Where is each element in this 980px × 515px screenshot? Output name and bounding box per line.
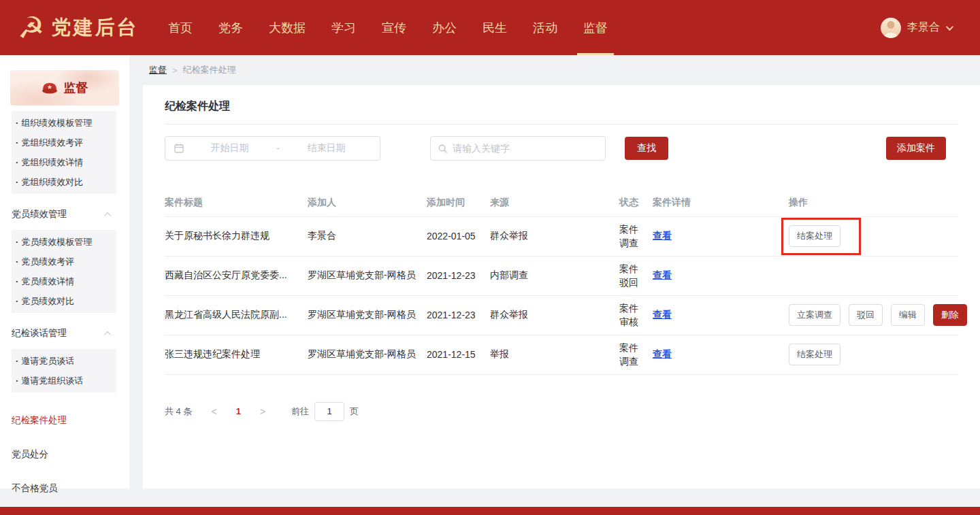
sidebar-item-unqualified-member[interactable]: 不合格党员 [12, 482, 129, 495]
breadcrumb-parent[interactable]: 监督 [149, 64, 167, 76]
search-icon [438, 144, 448, 154]
col-case-title: 案件标题 [165, 189, 308, 216]
table-header-row: 案件标题 添加人 添加时间 来源 状态 案件详情 操作 [165, 189, 958, 216]
app-title: 党建后台 [51, 14, 138, 41]
nav-big-data[interactable]: 大数据 [256, 0, 318, 55]
col-added-time: 添加时间 [427, 189, 490, 216]
next-page-icon[interactable]: > [256, 406, 270, 417]
col-added-by: 添加人 [308, 189, 427, 216]
sidebar-item-member-performance-review[interactable]: 党员绩效考评 [12, 252, 116, 271]
chevron-down-icon [946, 22, 953, 30]
page-title: 纪检案件处理 [165, 85, 958, 114]
cell-case-title: 张三违规违纪案件处理 [165, 335, 308, 374]
breadcrumb-separator: > [172, 65, 178, 76]
filter-row: 开始日期 - 结束日期 查找 添加案件 [165, 136, 958, 161]
cell-source: 群众举报 [490, 295, 619, 335]
app-logo[interactable]: ☭ 党建后台 [0, 0, 155, 55]
sidebar-section-title: 监督 [64, 80, 88, 96]
sidebar-item-member-punishment[interactable]: 党员处分 [12, 448, 129, 461]
reject-button[interactable]: 驳回 [849, 304, 883, 326]
view-link[interactable]: 查看 [653, 309, 672, 320]
table-row: 关于原秘书长徐力群违规 李景合 2022-01-05 群众举报 案件调查 查看 … [165, 216, 958, 256]
close-case-button[interactable]: 结案处理 [789, 225, 840, 247]
cell-source: 群众举报 [490, 216, 619, 256]
goto-page-input[interactable] [314, 402, 344, 421]
content-card: 纪检案件处理 开始日期 - 结束日期 [143, 85, 980, 488]
nav-home[interactable]: 首页 [155, 0, 206, 55]
view-link[interactable]: 查看 [653, 269, 672, 280]
cell-case-title: 黑龙江省高级人民法院原副... [165, 295, 308, 335]
status-badge: 案件驳回 [619, 256, 653, 295]
current-page[interactable]: 1 [236, 406, 241, 416]
cell-added-by: 李景合 [308, 216, 427, 256]
red-cap-icon [42, 81, 58, 95]
col-case-detail: 案件详情 [653, 189, 789, 216]
sidebar-item-discipline-case[interactable]: 纪检案件处理 [12, 414, 129, 427]
nav-supervision[interactable]: 监督 [570, 0, 621, 55]
start-date-placeholder: 开始日期 [184, 142, 275, 154]
cell-added-by: 罗湖区草埔党支部-网格员 [308, 295, 427, 335]
status-badge: 案件调查 [619, 335, 653, 374]
sidebar-item-invite-org-talk[interactable]: 邀请党组织谈话 [12, 371, 116, 391]
sidebar-item-member-performance-compare[interactable]: 党员绩效对比 [12, 291, 116, 311]
prev-page-icon[interactable]: < [207, 406, 220, 417]
nav-publicity[interactable]: 宣传 [369, 0, 419, 55]
nav-activity[interactable]: 活动 [520, 0, 570, 55]
table-row: 黑龙江省高级人民法院原副... 罗湖区草埔党支部-网格员 2021-12-23 … [165, 295, 958, 335]
col-actions: 操作 [789, 189, 958, 216]
cell-added-by: 罗湖区草埔党支部-网格员 [308, 256, 427, 295]
keyword-input[interactable] [453, 143, 598, 154]
sidebar-group-member-performance[interactable]: 党员绩效管理 [12, 204, 116, 225]
goto-label: 前往 [291, 405, 309, 418]
nav-party-affairs[interactable]: 党务 [206, 0, 256, 55]
user-menu[interactable]: 李景合 [881, 0, 980, 55]
cell-source: 举报 [490, 335, 619, 374]
sidebar-links-block: 组织绩效模板管理 党组织绩效考评 党组织绩效详情 党组织绩效对比 [12, 111, 116, 194]
sidebar-item-org-performance-detail[interactable]: 党组织绩效详情 [12, 152, 116, 172]
search-button[interactable]: 查找 [625, 137, 668, 160]
col-source: 来源 [490, 189, 619, 216]
table-row: 张三违规违纪案件处理 罗湖区草埔党支部-网格员 2021-12-15 举报 案件… [165, 335, 958, 374]
sidebar-section-header: 监督 [10, 70, 119, 105]
nav-livelihood[interactable]: 民生 [470, 0, 520, 55]
cell-added-by: 罗湖区草埔党支部-网格员 [308, 335, 427, 374]
nav-study[interactable]: 学习 [318, 0, 369, 55]
status-badge: 案件调查 [619, 216, 653, 256]
main-area: 监督 > 纪检案件处理 纪检案件处理 开始日期 - 结束日期 [143, 55, 980, 488]
cell-case-title: 西藏自治区公安厅原党委委... [165, 256, 308, 295]
sidebar-group-label: 党员绩效管理 [12, 208, 67, 220]
calendar-icon [174, 143, 184, 154]
sidebar-item-org-performance-compare[interactable]: 党组织绩效对比 [12, 172, 116, 192]
sidebar-item-org-performance-review[interactable]: 党组织绩效考评 [12, 133, 116, 152]
sidebar-item-invite-member-talk[interactable]: 邀请党员谈话 [12, 351, 116, 371]
page-unit-label: 页 [350, 405, 359, 418]
total-count: 共 4 条 [165, 405, 192, 418]
file-investigation-button[interactable]: 立案调查 [789, 304, 840, 326]
status-badge: 案件审核 [619, 295, 653, 335]
cell-added-time: 2021-12-23 [427, 295, 490, 335]
date-range-input[interactable]: 开始日期 - 结束日期 [165, 136, 380, 161]
cell-added-time: 2021-12-15 [427, 335, 490, 374]
table-row: 西藏自治区公安厅原党委委... 罗湖区草埔党支部-网格员 2021-12-23 … [165, 256, 958, 295]
breadcrumb: 监督 > 纪检案件处理 [143, 55, 980, 85]
sidebar-group-discipline-talk[interactable]: 纪检谈话管理 [12, 323, 116, 344]
sidebar-links-block: 邀请党员谈话 邀请党组织谈话 [12, 349, 116, 393]
sidebar-item-member-performance-detail[interactable]: 党员绩效详情 [12, 271, 116, 291]
close-case-button[interactable]: 结案处理 [789, 344, 840, 365]
user-name: 李景合 [907, 20, 940, 35]
party-emblem-icon: ☭ [18, 13, 44, 43]
cell-source: 内部调查 [490, 256, 619, 295]
pagination: 共 4 条 < 1 > 前往 页 [165, 402, 958, 421]
sidebar-item-org-performance-template[interactable]: 组织绩效模板管理 [12, 113, 116, 133]
edit-button[interactable]: 编辑 [891, 304, 925, 326]
sidebar-item-member-performance-template[interactable]: 党员绩效模板管理 [12, 232, 116, 252]
sidebar-links-block: 党员绩效模板管理 党员绩效考评 党员绩效详情 党员绩效对比 [12, 230, 116, 313]
title-divider [165, 124, 958, 124]
cell-added-time: 2021-12-23 [427, 256, 490, 295]
add-case-button[interactable]: 添加案件 [886, 137, 946, 160]
view-link[interactable]: 查看 [653, 348, 672, 359]
view-link[interactable]: 查看 [653, 230, 672, 241]
nav-office[interactable]: 办公 [419, 0, 470, 55]
date-separator: - [275, 143, 281, 154]
delete-button[interactable]: 删除 [933, 304, 967, 326]
